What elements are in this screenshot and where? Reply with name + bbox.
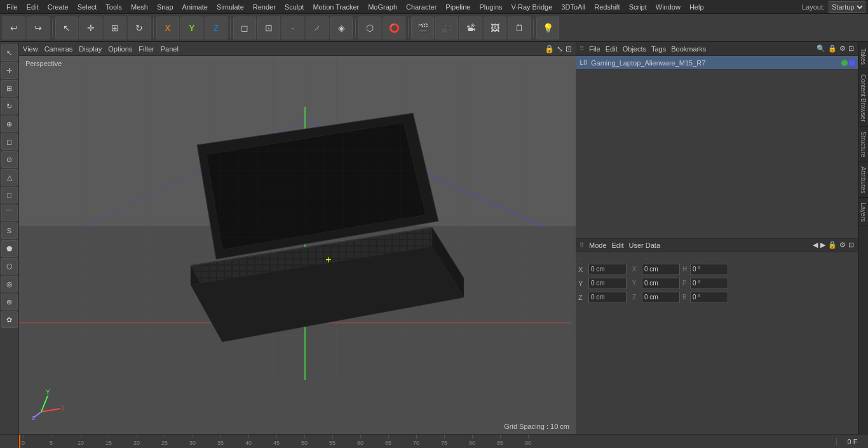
sb-tool-5[interactable]: ◻ — [1, 133, 18, 150]
render-settings-button[interactable]: 🎥 — [435, 17, 458, 39]
sb-tool-7[interactable]: △ — [1, 169, 18, 186]
viewport[interactable]: View Cameras Display Options Filter Pane… — [19, 42, 576, 434]
menu-script[interactable]: Script — [625, 2, 651, 12]
sb-tool-13[interactable]: ◎ — [1, 276, 18, 292]
light-button[interactable]: 💡 — [536, 17, 559, 39]
coord-x-size-input[interactable] — [642, 264, 680, 275]
render-queue-button[interactable]: 🗒 — [508, 17, 531, 39]
sb-tool-10[interactable]: S — [1, 222, 18, 239]
viewport-canvas[interactable]: + Perspective Grid Spacing : 10 cm X Y Z — [19, 56, 576, 434]
sb-tool-6[interactable]: ⊙ — [1, 151, 18, 168]
coord-y-size-input[interactable] — [642, 278, 680, 289]
coord-h-rot-input[interactable] — [690, 264, 728, 275]
menu-pipeline[interactable]: Pipeline — [442, 2, 474, 12]
attr-menu-mode[interactable]: Mode — [589, 241, 607, 249]
object-row-laptop[interactable]: L0 Gaming_Laptop_Alienware_M15_R7 — [576, 56, 858, 70]
render-region-button[interactable]: 📽 — [459, 17, 482, 39]
vp-menu-panel[interactable]: Panel — [161, 45, 179, 53]
sb-tool-0[interactable]: ↖ — [1, 44, 18, 61]
y-axis-button[interactable]: Y — [180, 17, 203, 39]
menu-window[interactable]: Window — [652, 2, 684, 12]
menu-plugins[interactable]: Plugins — [475, 2, 506, 12]
attr-next-icon[interactable]: ▶ — [820, 241, 825, 249]
menu-character[interactable]: Character — [402, 2, 440, 12]
menu-mesh[interactable]: Mesh — [127, 2, 152, 12]
menu-mograph[interactable]: MoGraph — [364, 2, 401, 12]
point-mode-button[interactable]: · — [281, 17, 304, 39]
menu-simulate[interactable]: Simulate — [213, 2, 248, 12]
vtab-takes[interactable]: Takes — [858, 44, 868, 69]
vp-maximize-icon[interactable]: ⊡ — [566, 44, 572, 53]
attr-prev-icon[interactable]: ◀ — [813, 241, 818, 249]
sb-tool-9[interactable]: ⌒ — [1, 205, 18, 221]
model-mode-button[interactable]: ◻ — [233, 17, 256, 39]
menu-snap[interactable]: Snap — [153, 2, 177, 12]
sb-tool-8[interactable]: □ — [1, 187, 18, 203]
timeline-ruler[interactable]: 051015202530354045505560657075808590 — [19, 435, 836, 449]
sb-tool-1[interactable]: ✛ — [1, 62, 18, 79]
z-axis-button[interactable]: Z — [205, 17, 227, 39]
viewport-render-button[interactable]: 🖼 — [484, 17, 506, 39]
attr-lock-icon[interactable]: 🔒 — [828, 241, 837, 249]
live-selection-button[interactable]: ⬡ — [358, 17, 381, 39]
sb-tool-14[interactable]: ⊛ — [1, 294, 18, 310]
coord-b-rot-input[interactable] — [690, 292, 728, 303]
attr-expand-icon[interactable]: ⊡ — [848, 241, 854, 249]
obj-search-icon[interactable]: 🔍 — [817, 44, 825, 53]
vp-menu-options[interactable]: Options — [108, 45, 132, 53]
sb-tool-2[interactable]: ⊞ — [1, 80, 18, 97]
vtab-structure[interactable]: Structure — [858, 128, 868, 162]
menu-file[interactable]: File — [3, 2, 22, 12]
texture-mode-button[interactable]: ⊡ — [257, 17, 280, 39]
menu-create[interactable]: Create — [44, 2, 72, 12]
sb-tool-4[interactable]: ⊕ — [1, 116, 18, 132]
sb-tool-3[interactable]: ↻ — [1, 98, 18, 114]
obj-config-icon[interactable]: ⚙ — [839, 44, 846, 53]
vp-expand-icon[interactable]: ⤡ — [557, 44, 563, 53]
vp-menu-display[interactable]: Display — [79, 45, 102, 53]
obj-expand-icon[interactable]: ⊡ — [848, 44, 854, 53]
obj-dot-blue[interactable] — [849, 60, 855, 66]
menu-tools[interactable]: Tools — [102, 2, 126, 12]
attr-config-icon[interactable]: ⚙ — [839, 241, 846, 249]
vtab-attributes[interactable]: Attributes — [858, 163, 868, 198]
poly-mode-button[interactable]: ◈ — [330, 17, 353, 39]
menu-render[interactable]: Render — [249, 2, 280, 12]
attr-menu-edit[interactable]: Edit — [612, 241, 624, 249]
obj-menu-file[interactable]: File — [589, 45, 600, 53]
sb-tool-11[interactable]: ⬟ — [1, 240, 18, 257]
menu-edit[interactable]: Edit — [23, 2, 43, 12]
vtab-content-browser[interactable]: Content Browser — [858, 71, 868, 126]
obj-lock-icon[interactable]: 🔒 — [828, 44, 837, 53]
undo-button[interactable]: ↩ — [3, 17, 25, 39]
vp-menu-filter[interactable]: Filter — [139, 45, 154, 53]
edge-mode-button[interactable]: ⟋ — [306, 17, 329, 39]
vtab-layers[interactable]: Layers — [858, 199, 868, 226]
menu-help[interactable]: Help — [686, 2, 708, 12]
menu-select[interactable]: Select — [74, 2, 101, 12]
attr-menu-userdata[interactable]: User Data — [629, 241, 661, 249]
x-axis-button[interactable]: X — [156, 17, 179, 39]
rotate-tool-button[interactable]: ↻ — [128, 17, 151, 39]
coord-z-size-input[interactable] — [642, 292, 680, 303]
sb-tool-12[interactable]: ⬡ — [1, 258, 18, 275]
layout-select[interactable]: Startup — [829, 1, 865, 13]
render-button[interactable]: 🎬 — [411, 17, 434, 39]
menu-motion-tracker[interactable]: Motion Tracker — [309, 2, 363, 12]
menu-redshift[interactable]: Redshift — [590, 2, 623, 12]
vp-menu-cameras[interactable]: Cameras — [44, 45, 73, 53]
sb-tool-15[interactable]: ✿ — [1, 311, 18, 328]
coord-x-pos-input[interactable] — [588, 264, 627, 275]
menu-animate[interactable]: Animate — [179, 2, 212, 12]
menu-vray[interactable]: V-Ray Bridge — [508, 2, 557, 12]
obj-menu-edit[interactable]: Edit — [606, 45, 618, 53]
coord-z-pos-input[interactable] — [588, 292, 627, 303]
coord-y-pos-input[interactable] — [588, 278, 627, 289]
menu-sculpt[interactable]: Sculpt — [281, 2, 308, 12]
select-tool-button[interactable]: ↖ — [55, 17, 78, 39]
lasso-button[interactable]: ⭕ — [383, 17, 405, 39]
vp-lock-icon[interactable]: 🔒 — [545, 44, 554, 53]
redo-button[interactable]: ↪ — [27, 17, 50, 39]
move-tool-button[interactable]: ✛ — [79, 17, 102, 39]
scale-tool-button[interactable]: ⊞ — [104, 17, 126, 39]
